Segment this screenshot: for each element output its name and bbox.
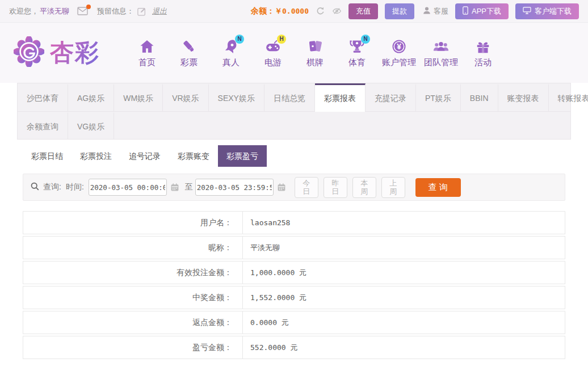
tab[interactable]: VR娱乐 bbox=[163, 83, 208, 111]
tab[interactable]: PT娱乐 bbox=[416, 83, 461, 111]
calendar-icon[interactable] bbox=[170, 183, 179, 192]
team-icon bbox=[432, 38, 450, 55]
new-message-dot bbox=[86, 5, 91, 9]
logo-flower-icon bbox=[14, 36, 44, 69]
profit-loss-report: 用户名： laosan258 昵称： 平淡无聊 有效投注金额： 1,000.00… bbox=[23, 211, 565, 359]
report-row-label: 有效投注金额： bbox=[23, 262, 243, 284]
nav-label: 彩票 bbox=[180, 57, 198, 68]
client-download-button[interactable]: 客户端下载 bbox=[515, 3, 579, 19]
home-icon bbox=[138, 38, 156, 55]
nav-badge: N bbox=[361, 35, 370, 44]
report-row: 返点金额： 0.0000 元 bbox=[23, 311, 565, 334]
tab[interactable]: WM娱乐 bbox=[114, 83, 163, 111]
report-row: 有效投注金额： 1,000.0000 元 bbox=[23, 261, 565, 284]
withdraw-button[interactable]: 提款 bbox=[385, 3, 414, 19]
customer-service-button[interactable]: 客服 bbox=[422, 6, 448, 16]
nav-item[interactable]: 首页 bbox=[126, 38, 168, 68]
to-label: 至 bbox=[185, 182, 193, 192]
tab[interactable]: VG娱乐 bbox=[68, 112, 114, 139]
brand-name: 杏彩 bbox=[50, 37, 100, 69]
site-header: 杏彩 首页 彩票 N 真人 H 电游 bbox=[0, 23, 588, 83]
tab-row-1: 沙巴体育AG娱乐WM娱乐VR娱乐SEXY娱乐日结总览彩票报表充提记录PT娱乐BB… bbox=[18, 83, 570, 111]
subtab[interactable]: 彩票账变 bbox=[169, 145, 218, 167]
nav-label: 团队管理 bbox=[424, 57, 458, 68]
main-nav: 首页 彩票 N 真人 H 电游 棋牌 bbox=[126, 38, 504, 68]
topbar: 欢迎您，平淡无聊 预留信息： 退出 余额： ￥0.0000 充值 提款 客服 A… bbox=[0, 0, 588, 23]
nav-label: 活动 bbox=[474, 57, 492, 68]
query-bar: 查询: 时间: 至 今日昨日本周上周 查 询 bbox=[23, 174, 565, 201]
deposit-button[interactable]: 充值 bbox=[348, 3, 378, 19]
tab[interactable]: 充提记录 bbox=[366, 83, 416, 111]
calendar-icon[interactable] bbox=[277, 183, 286, 192]
nav-item[interactable]: N 体育 bbox=[336, 38, 378, 68]
subtab[interactable]: 追号记录 bbox=[120, 145, 169, 167]
quick-date-button[interactable]: 今日 bbox=[295, 177, 318, 198]
welcome-text: 欢迎您， bbox=[9, 6, 39, 16]
nav-label: 账户管理 bbox=[382, 57, 416, 68]
report-row-label: 用户名： bbox=[23, 212, 243, 234]
nav-badge: H bbox=[277, 35, 286, 44]
report-row: 盈亏金额： 552.0000 元 bbox=[23, 336, 565, 359]
tab[interactable]: BBIN bbox=[461, 83, 498, 111]
tab[interactable]: AG娱乐 bbox=[68, 83, 114, 111]
tab[interactable]: 转账报表 bbox=[549, 83, 588, 111]
search-icon bbox=[30, 182, 40, 193]
nav-item[interactable]: 团队管理 bbox=[420, 38, 462, 68]
tab-row-2: 余额查询VG娱乐 bbox=[18, 111, 570, 139]
quick-date-buttons: 今日昨日本周上周 bbox=[289, 177, 405, 198]
app-download-button[interactable]: APP下载 bbox=[455, 3, 509, 19]
tab[interactable]: 余额查询 bbox=[18, 112, 68, 139]
nav-item[interactable]: H 电游 bbox=[252, 38, 294, 68]
search-submit-button[interactable]: 查 询 bbox=[415, 178, 461, 197]
nav-item[interactable]: 彩票 bbox=[168, 38, 210, 68]
subtab[interactable]: 彩票日结 bbox=[23, 145, 72, 167]
logout-link[interactable]: 退出 bbox=[152, 6, 167, 16]
tab[interactable]: 彩票报表 bbox=[315, 83, 366, 112]
envelope-icon[interactable] bbox=[77, 7, 88, 15]
report-row-label: 返点金额： bbox=[23, 311, 243, 334]
report-row-label: 昵称： bbox=[23, 237, 243, 259]
report-row-label: 盈亏金额： bbox=[23, 336, 243, 359]
nav-item[interactable]: N 真人 bbox=[210, 38, 252, 68]
date-to-input[interactable] bbox=[195, 179, 274, 196]
monitor-icon bbox=[523, 7, 531, 16]
eye-off-icon[interactable] bbox=[332, 6, 342, 16]
person-icon bbox=[422, 6, 431, 16]
tab[interactable]: SEXY娱乐 bbox=[209, 83, 264, 111]
nav-label: 体育 bbox=[348, 57, 366, 68]
cards-icon bbox=[306, 38, 324, 55]
tab[interactable]: 账变报表 bbox=[498, 83, 549, 111]
nav-label: 棋牌 bbox=[306, 57, 324, 68]
subtab[interactable]: 彩票盈亏 bbox=[218, 145, 267, 167]
report-row-value: 0.0000 元 bbox=[243, 311, 565, 334]
report-tabbar: 沙巴体育AG娱乐WM娱乐VR娱乐SEXY娱乐日结总览彩票报表充提记录PT娱乐BB… bbox=[17, 83, 571, 140]
quick-date-button[interactable]: 本周 bbox=[352, 177, 376, 198]
report-row: 用户名： laosan258 bbox=[23, 211, 565, 234]
query-label: 查询: bbox=[43, 182, 61, 192]
subtab[interactable]: 彩票投注 bbox=[72, 145, 120, 167]
nav-label: 电游 bbox=[264, 57, 282, 68]
report-row-value: 1,000.0000 元 bbox=[243, 262, 565, 284]
nav-label: 首页 bbox=[138, 57, 156, 68]
date-from-input[interactable] bbox=[89, 179, 167, 196]
report-row-value: 平淡无聊 bbox=[243, 237, 565, 259]
refresh-icon[interactable] bbox=[316, 6, 325, 16]
quick-date-button[interactable]: 上周 bbox=[381, 177, 405, 198]
balance-label: 余额： bbox=[251, 6, 275, 16]
report-row-label: 中奖金额： bbox=[23, 286, 243, 309]
nav-label: 真人 bbox=[222, 57, 240, 68]
username-link[interactable]: 平淡无聊 bbox=[40, 6, 69, 16]
tab[interactable]: 日结总览 bbox=[264, 83, 315, 111]
quick-date-button[interactable]: 昨日 bbox=[324, 177, 347, 198]
nav-item[interactable]: 棋牌 bbox=[294, 38, 336, 68]
nav-item[interactable]: ¥ 账户管理 bbox=[378, 38, 420, 68]
balance-value: ￥0.0000 bbox=[275, 6, 309, 16]
nav-item[interactable]: 活动 bbox=[462, 38, 504, 68]
site-logo[interactable]: 杏彩 bbox=[14, 36, 100, 69]
lottery-pen-icon bbox=[180, 38, 198, 55]
report-row: 昵称： 平淡无聊 bbox=[23, 236, 565, 259]
gift-icon bbox=[474, 38, 492, 55]
tab[interactable]: 沙巴体育 bbox=[18, 83, 68, 111]
edit-icon[interactable] bbox=[137, 7, 146, 16]
reserved-info-label: 预留信息： bbox=[97, 6, 134, 16]
